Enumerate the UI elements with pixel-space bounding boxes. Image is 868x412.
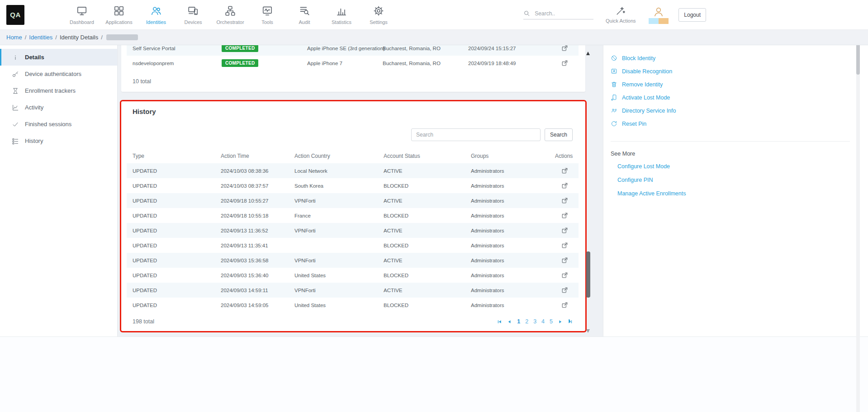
history-row: UPDATED2024/09/03 15:36:40United StatesB… <box>127 268 579 283</box>
key-icon <box>12 71 19 78</box>
sidebar-item-enrollment-trackers[interactable]: Enrollment trackers <box>0 82 117 99</box>
wand-icon <box>616 6 626 16</box>
history-action_time: 2024/09/13 11:36:52 <box>221 228 294 233</box>
prev-page-button[interactable] <box>507 319 512 324</box>
open-details-icon[interactable] <box>561 45 568 52</box>
avatar-status-bar <box>649 18 669 24</box>
history-search-input[interactable] <box>411 128 541 141</box>
sidebar-item-activity[interactable]: Activity <box>0 99 117 116</box>
history-groups: Administrators <box>471 228 555 233</box>
last-page-button[interactable] <box>568 319 573 324</box>
nav-item-statistics[interactable]: Statistics <box>323 5 360 25</box>
page-scrollbar[interactable] <box>856 30 860 412</box>
global-search-input[interactable] <box>535 10 588 17</box>
history-groups: Administrators <box>471 183 555 189</box>
panel-action-label: Remove Identity <box>622 81 663 88</box>
logout-button[interactable]: Logout <box>678 8 706 22</box>
history-actions-cell <box>555 302 573 308</box>
open-details-icon[interactable] <box>561 272 568 279</box>
panel-action-label: Disable Recognition <box>622 68 672 75</box>
content-scrollbar-thumb[interactable] <box>586 251 590 298</box>
open-details-icon[interactable] <box>561 227 568 234</box>
panel-action-disable-recognition[interactable]: Disable Recognition <box>611 65 850 78</box>
open-details-icon[interactable] <box>561 212 568 219</box>
history-account_status: BLOCKED <box>384 213 471 218</box>
page-scrollbar-thumb[interactable] <box>856 44 860 75</box>
scroll-down-arrow-icon[interactable] <box>586 329 590 333</box>
history-groups: Administrators <box>471 258 555 263</box>
sidebar-item-history[interactable]: History <box>0 133 117 149</box>
page-number-4[interactable]: 4 <box>541 318 545 325</box>
applications-icon <box>113 5 125 17</box>
panel-action-label: Directory Service Info <box>622 108 676 114</box>
nav-item-applications[interactable]: Applications <box>100 5 138 25</box>
content-scrollbar[interactable] <box>586 45 590 336</box>
breadcrumb-current: Identity Details <box>60 34 98 41</box>
app-logo[interactable]: QA <box>6 5 24 25</box>
quick-actions-button[interactable]: Quick Actions <box>604 6 637 24</box>
page-number-2[interactable]: 2 <box>525 318 528 325</box>
open-details-icon[interactable] <box>561 167 568 174</box>
sidebar-item-label: Activity <box>25 104 43 111</box>
history-action_time: 2024/09/03 14:59:05 <box>221 303 294 308</box>
see-more-configure-lost-mode[interactable]: Configure Lost Mode <box>617 160 850 173</box>
open-details-icon[interactable] <box>561 60 568 66</box>
history-search-button[interactable]: Search <box>545 128 573 141</box>
nav-item-tools[interactable]: Tools <box>249 5 286 25</box>
nav-item-audit[interactable]: Audit <box>286 5 323 25</box>
nav-item-orchestrator[interactable]: Orchestrator <box>212 5 249 25</box>
history-footer: 198 total 12345 <box>133 318 573 325</box>
search-icon <box>523 10 530 17</box>
breadcrumb-link-home[interactable]: Home <box>6 34 22 41</box>
open-details-icon[interactable] <box>561 242 568 249</box>
page-number-3[interactable]: 3 <box>533 318 536 325</box>
first-page-button[interactable] <box>497 319 502 324</box>
sessions-total: 10 total <box>133 71 573 92</box>
page-number-1[interactable]: 1 <box>517 318 520 325</box>
nav-item-identities[interactable]: Identities <box>138 5 175 25</box>
next-page-button[interactable] <box>558 319 563 324</box>
history-groups: Administrators <box>471 288 555 293</box>
sidebar-item-device-authenticators[interactable]: Device authenticators <box>0 66 117 82</box>
quick-actions-label: Quick Actions <box>606 18 636 24</box>
status-badge: COMPLETED <box>222 45 258 52</box>
sidebar-item-finished-sessions[interactable]: Finished sessions <box>0 116 117 133</box>
see-more-manage-active-enrollments[interactable]: Manage Active Enrollments <box>617 187 850 200</box>
user-avatar[interactable] <box>649 6 669 24</box>
history-action_country: VPNForti <box>294 228 384 233</box>
panel-action-remove-identity[interactable]: Remove Identity <box>611 78 850 91</box>
open-details-icon[interactable] <box>561 182 568 189</box>
audit-icon <box>299 5 310 17</box>
open-details-icon[interactable] <box>561 197 568 204</box>
history-type: UPDATED <box>133 183 221 189</box>
open-details-icon[interactable] <box>561 257 568 264</box>
nav-item-settings[interactable]: Settings <box>360 5 397 25</box>
top-navigation: QA DashboardApplicationsIdentitiesDevice… <box>0 0 868 30</box>
column-header-account-status: Account Status <box>384 153 471 159</box>
page-number-5[interactable]: 5 <box>550 318 553 325</box>
pagination: 12345 <box>497 318 573 325</box>
history-card: History Search TypeAction TimeAction Cou… <box>121 101 585 331</box>
history-row: UPDATED2024/09/03 14:59:05United StatesB… <box>127 298 579 313</box>
open-details-icon[interactable] <box>561 302 568 308</box>
column-header-action-country: Action Country <box>294 153 384 159</box>
panel-action-reset-pin[interactable]: Reset Pin <box>611 117 850 130</box>
nav-item-dashboard[interactable]: Dashboard <box>63 5 100 25</box>
panel-action-block-identity[interactable]: Block Identity <box>611 52 850 65</box>
open-details-icon[interactable] <box>561 287 568 294</box>
sidebar-item-details[interactable]: Details <box>0 49 117 66</box>
scroll-up-arrow-icon[interactable] <box>586 52 590 55</box>
session-device: Apple iPhone 7 <box>307 61 383 66</box>
panel-action-activate-lost-mode[interactable]: Activate Lost Mode <box>611 91 850 104</box>
history-action_time: 2024/09/13 11:35:41 <box>221 243 294 248</box>
nav-item-devices[interactable]: Devices <box>175 5 212 25</box>
breadcrumb-separator: / <box>101 34 103 41</box>
breadcrumb-link-identities[interactable]: Identities <box>29 34 52 41</box>
check-icon <box>12 121 19 128</box>
see-more-configure-pin[interactable]: Configure PIN <box>617 173 850 187</box>
devices-icon <box>187 5 199 17</box>
history-action_country: South Korea <box>294 183 384 189</box>
panel-action-directory-service-info[interactable]: Directory Service Info <box>611 104 850 117</box>
history-actions-cell <box>555 212 573 219</box>
sidebar-item-label: Details <box>25 54 44 61</box>
